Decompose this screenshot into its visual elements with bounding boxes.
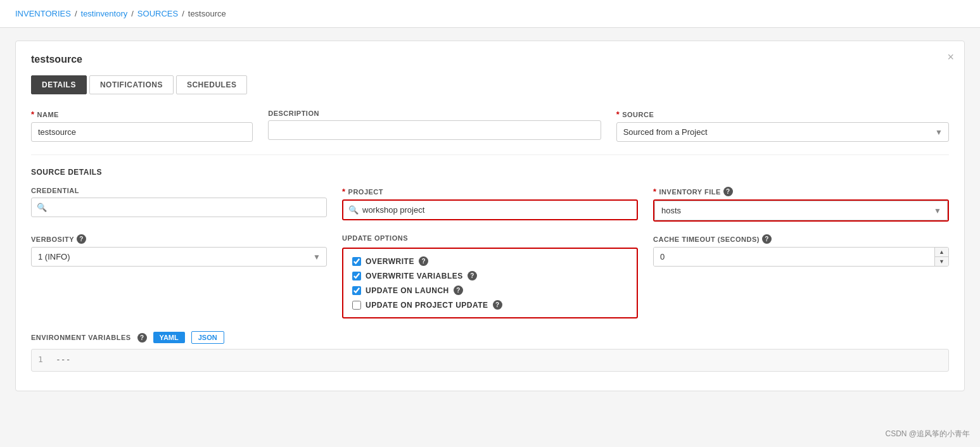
update-options-group: UPDATE OPTIONS OVERWRITE ? OV — [342, 234, 638, 318]
tab-notifications[interactable]: NOTIFICATIONS — [89, 75, 174, 94]
project-input[interactable] — [359, 201, 632, 219]
cache-timeout-spinner: ▲ ▼ — [934, 248, 948, 266]
yaml-button[interactable]: YAML — [153, 332, 185, 343]
project-search-wrap[interactable]: 🔍 — [343, 201, 637, 219]
env-label-row: ENVIRONMENT VARIABLES ? YAML JSON — [31, 331, 949, 344]
cache-timeout-group: CACHE TIMEOUT (SECONDS) ? ▲ ▼ — [653, 234, 949, 267]
card-title: testsource — [31, 54, 949, 65]
spinner-down-button[interactable]: ▼ — [935, 257, 948, 266]
verbosity-select-wrap: 1 (INFO) ▼ — [31, 247, 327, 267]
line-number-1: 1 — [38, 355, 48, 366]
name-label: * NAME — [31, 110, 253, 119]
breadcrumb-sep2: / — [131, 9, 134, 18]
credential-input[interactable] — [47, 198, 321, 217]
project-group: * PROJECT 🔍 — [342, 187, 638, 220]
source-details-title: SOURCE DETAILS — [31, 168, 949, 177]
name-group: * NAME — [31, 110, 253, 142]
tab-schedules[interactable]: SCHEDULES — [176, 75, 248, 94]
inventory-file-select-wrap: hosts ▼ — [654, 201, 948, 220]
options-row: VERBOSITY ? 1 (INFO) ▼ UPDATE OPTIONS — [31, 234, 949, 318]
inventory-file-select[interactable]: hosts — [654, 201, 948, 220]
source-required-star: * — [616, 110, 620, 119]
inventory-file-field-wrap: hosts ▼ — [653, 199, 949, 222]
inventory-file-required-star: * — [653, 187, 657, 196]
main-fields-row: * NAME DESCRIPTION * SOURCE Sourced from… — [31, 110, 949, 142]
breadcrumb-sep1: / — [75, 9, 77, 18]
source-group: * SOURCE Sourced from a Project ▼ — [616, 110, 949, 142]
verbosity-label: VERBOSITY ? — [31, 234, 327, 244]
inventory-file-help-icon[interactable]: ? — [723, 187, 733, 196]
update-on-launch-row: UPDATE ON LAUNCH ? — [352, 286, 628, 295]
overwrite-variables-checkbox[interactable] — [352, 272, 361, 280]
verbosity-help-icon[interactable]: ? — [77, 234, 86, 244]
project-required-star: * — [342, 187, 346, 196]
update-options-box: OVERWRITE ? OVERWRITE VARIABLES ? — [342, 248, 638, 318]
breadcrumb-current: testsource — [188, 9, 226, 18]
tab-bar: DETAILS NOTIFICATIONS SCHEDULES — [31, 75, 949, 94]
update-on-project-update-checkbox[interactable] — [352, 301, 361, 310]
credential-search-icon: 🔍 — [37, 203, 47, 212]
spinner-up-button[interactable]: ▲ — [935, 248, 948, 257]
overwrite-checkbox[interactable] — [352, 257, 361, 266]
env-variables-section: ENVIRONMENT VARIABLES ? YAML JSON 1 --- — [31, 331, 949, 372]
cache-timeout-input[interactable] — [654, 248, 934, 266]
credential-group: CREDENTIAL 🔍 — [31, 187, 327, 217]
breadcrumb-inventories[interactable]: INVENTORIES — [15, 9, 71, 18]
update-on-launch-checkbox[interactable] — [352, 286, 361, 295]
verbosity-select[interactable]: 1 (INFO) — [31, 247, 327, 267]
page-content: × testsource DETAILS NOTIFICATIONS SCHED… — [0, 28, 980, 404]
source-select[interactable]: Sourced from a Project — [616, 122, 949, 142]
overwrite-variables-help-icon[interactable]: ? — [468, 271, 477, 280]
close-button[interactable]: × — [947, 51, 954, 63]
cache-timeout-label: CACHE TIMEOUT (SECONDS) ? — [653, 234, 949, 244]
source-label: * SOURCE — [616, 110, 949, 119]
update-on-launch-label: UPDATE ON LAUNCH — [366, 286, 449, 295]
env-variables-help-icon[interactable]: ? — [137, 333, 147, 343]
project-field-wrap: 🔍 — [342, 199, 638, 220]
overwrite-variables-label: OVERWRITE VARIABLES — [366, 272, 463, 280]
project-search-icon: 🔍 — [348, 205, 359, 215]
update-options-label: UPDATE OPTIONS — [342, 234, 638, 242]
credential-label: CREDENTIAL — [31, 187, 327, 194]
breadcrumb-testinventory[interactable]: testinventory — [81, 9, 128, 18]
json-button[interactable]: JSON — [191, 331, 224, 344]
cache-timeout-input-wrap: ▲ ▼ — [653, 247, 949, 267]
update-on-project-update-help-icon[interactable]: ? — [493, 300, 502, 310]
env-variables-label: ENVIRONMENT VARIABLES — [31, 334, 131, 341]
overwrite-row: OVERWRITE ? — [352, 256, 628, 266]
tab-details[interactable]: DETAILS — [31, 75, 87, 94]
overwrite-variables-row: OVERWRITE VARIABLES ? — [352, 271, 628, 280]
main-card: × testsource DETAILS NOTIFICATIONS SCHED… — [15, 41, 965, 391]
source-fields-row: CREDENTIAL 🔍 * PROJECT 🔍 — [31, 187, 949, 222]
name-required-star: * — [31, 110, 35, 119]
breadcrumb-sources[interactable]: SOURCES — [137, 9, 178, 18]
update-on-launch-help-icon[interactable]: ? — [454, 286, 463, 295]
source-select-wrap: Sourced from a Project ▼ — [616, 122, 949, 142]
code-line-1: --- — [56, 355, 70, 366]
update-on-project-update-row: UPDATE ON PROJECT UPDATE ? — [352, 300, 628, 310]
breadcrumb-sep3: / — [182, 9, 184, 18]
breadcrumb: INVENTORIES / testinventory / SOURCES / … — [0, 0, 980, 28]
overwrite-label: OVERWRITE — [366, 257, 414, 266]
overwrite-help-icon[interactable]: ? — [419, 256, 428, 266]
update-on-project-update-label: UPDATE ON PROJECT UPDATE — [366, 301, 488, 310]
source-details-section: SOURCE DETAILS CREDENTIAL 🔍 * PROJECT — [31, 154, 949, 318]
description-input[interactable] — [268, 120, 601, 140]
credential-search-wrap[interactable]: 🔍 — [31, 198, 327, 217]
verbosity-group: VERBOSITY ? 1 (INFO) ▼ — [31, 234, 327, 267]
project-label: * PROJECT — [342, 187, 638, 196]
inventory-file-label: * INVENTORY FILE ? — [653, 187, 949, 196]
name-input[interactable] — [31, 122, 253, 142]
description-group: DESCRIPTION — [268, 110, 601, 140]
inventory-file-group: * INVENTORY FILE ? hosts ▼ — [653, 187, 949, 222]
cache-timeout-help-icon[interactable]: ? — [762, 234, 772, 244]
description-label: DESCRIPTION — [268, 110, 601, 117]
code-editor: 1 --- — [31, 349, 949, 372]
